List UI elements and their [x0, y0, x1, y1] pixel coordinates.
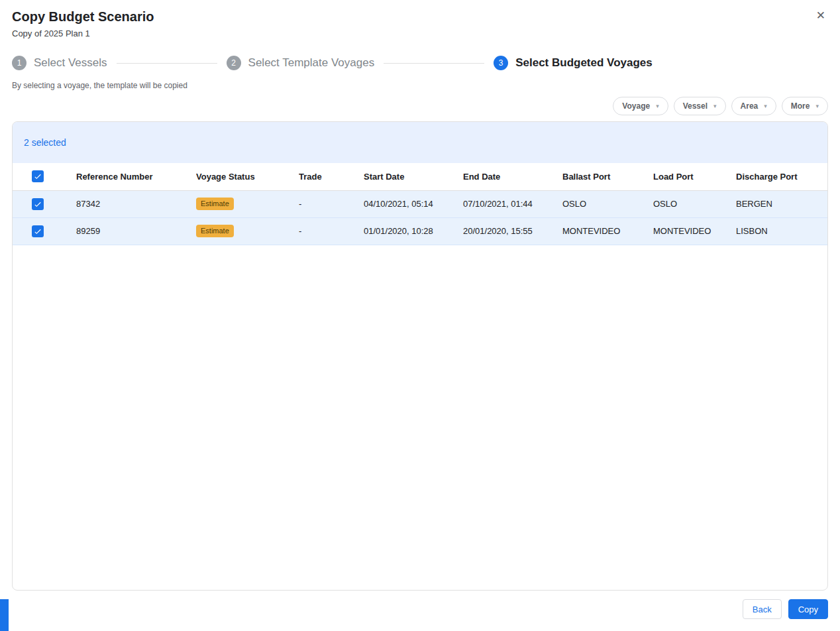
check-icon: [33, 172, 42, 181]
more-filter-label: More: [791, 101, 810, 111]
chevron-down-icon: ▾: [656, 103, 659, 109]
cell-discharge-port: BERGEN: [736, 190, 827, 217]
column-header-trade: Trade: [299, 163, 364, 190]
status-badge: Estimate: [196, 198, 234, 210]
chevron-down-icon: ▾: [815, 103, 819, 109]
step-1-label: Select Vessels: [34, 56, 107, 70]
step-3-label: Select Budgeted Voyages: [515, 56, 653, 70]
status-badge: Estimate: [196, 225, 234, 237]
check-icon: [33, 200, 42, 209]
cell-trade: -: [299, 217, 364, 245]
cell-ballast-port: OSLO: [562, 190, 653, 217]
back-button[interactable]: Back: [743, 599, 782, 619]
cell-trade: -: [299, 190, 364, 217]
dialog-header: Copy Budget Scenario Copy of 2025 Plan 1…: [12, 8, 828, 38]
table-header-row: Reference Number Voyage Status Trade Sta…: [13, 163, 827, 190]
column-header-start-date: Start Date: [364, 163, 463, 190]
chevron-down-icon: ▾: [713, 103, 717, 109]
column-header-discharge-port: Discharge Port: [736, 163, 827, 190]
close-button[interactable]: ✕: [815, 9, 827, 23]
cell-ballast-port: MONTEVIDEO: [562, 217, 653, 245]
cell-end-date: 07/10/2021, 01:44: [463, 190, 562, 217]
cell-voyage-status: Estimate: [196, 217, 299, 245]
step-1-circle: 1: [12, 56, 26, 70]
step-select-template-voyages[interactable]: 2 Select Template Voyages: [227, 56, 375, 70]
table-row[interactable]: 87342 Estimate - 04/10/2021, 05:14 07/10…: [13, 190, 827, 217]
cell-voyage-status: Estimate: [196, 190, 299, 217]
column-header-end-date: End Date: [463, 163, 562, 190]
area-filter-button[interactable]: Area ▾: [731, 97, 776, 115]
vessel-filter-button[interactable]: Vessel ▾: [674, 97, 726, 115]
voyages-table-container: 2 selected Reference Number Voyage Statu…: [12, 121, 828, 591]
select-all-checkbox[interactable]: [32, 170, 44, 182]
area-filter-label: Area: [741, 101, 759, 111]
cell-start-date: 01/01/2020, 10:28: [364, 217, 463, 245]
filter-bar: Voyage ▾ Vessel ▾ Area ▾ More ▾: [12, 97, 828, 115]
chevron-down-icon: ▾: [764, 103, 767, 109]
dialog-footer: Back Copy: [12, 599, 828, 619]
table-body: 87342 Estimate - 04/10/2021, 05:14 07/10…: [13, 190, 827, 245]
cell-reference-number: 87342: [76, 190, 196, 217]
close-icon: ✕: [816, 9, 825, 22]
cell-discharge-port: LISBON: [736, 217, 827, 245]
step-select-budgeted-voyages[interactable]: 3 Select Budgeted Voyages: [494, 56, 653, 70]
voyage-filter-label: Voyage: [622, 101, 650, 111]
copy-button[interactable]: Copy: [788, 599, 828, 619]
voyages-table: Reference Number Voyage Status Trade Sta…: [13, 163, 827, 245]
column-header-reference-number: Reference Number: [76, 163, 196, 190]
step-2-circle: 2: [227, 56, 241, 70]
wizard-stepper: 1 Select Vessels 2 Select Template Voyag…: [12, 56, 828, 70]
cell-end-date: 20/01/2020, 15:55: [463, 217, 562, 245]
step-connector: [117, 63, 217, 64]
column-header-ballast-port: Ballast Port: [562, 163, 653, 190]
cell-reference-number: 89259: [76, 217, 196, 245]
selection-count-band: 2 selected: [13, 122, 827, 163]
background-accent: [0, 599, 9, 631]
column-header-load-port: Load Port: [653, 163, 736, 190]
column-header-voyage-status: Voyage Status: [196, 163, 299, 190]
step-select-vessels[interactable]: 1 Select Vessels: [12, 56, 107, 70]
page-subtitle: Copy of 2025 Plan 1: [12, 29, 828, 38]
step-3-circle: 3: [494, 56, 508, 70]
row-checkbox[interactable]: [32, 225, 44, 237]
selected-count-text: 2 selected: [24, 137, 66, 148]
copy-budget-scenario-dialog: Copy Budget Scenario Copy of 2025 Plan 1…: [0, 0, 840, 619]
hint-text: By selecting a voyage, the template will…: [12, 81, 828, 90]
more-filter-button[interactable]: More ▾: [782, 97, 828, 115]
cell-load-port: OSLO: [653, 190, 736, 217]
row-checkbox[interactable]: [32, 198, 44, 210]
step-2-label: Select Template Voyages: [248, 56, 375, 70]
vessel-filter-label: Vessel: [683, 101, 708, 111]
step-connector: [384, 63, 484, 64]
table-row[interactable]: 89259 Estimate - 01/01/2020, 10:28 20/01…: [13, 217, 827, 245]
page-title: Copy Budget Scenario: [12, 8, 828, 25]
cell-load-port: MONTEVIDEO: [653, 217, 736, 245]
voyage-filter-button[interactable]: Voyage ▾: [613, 97, 668, 115]
cell-start-date: 04/10/2021, 05:14: [364, 190, 463, 217]
check-icon: [33, 227, 42, 236]
